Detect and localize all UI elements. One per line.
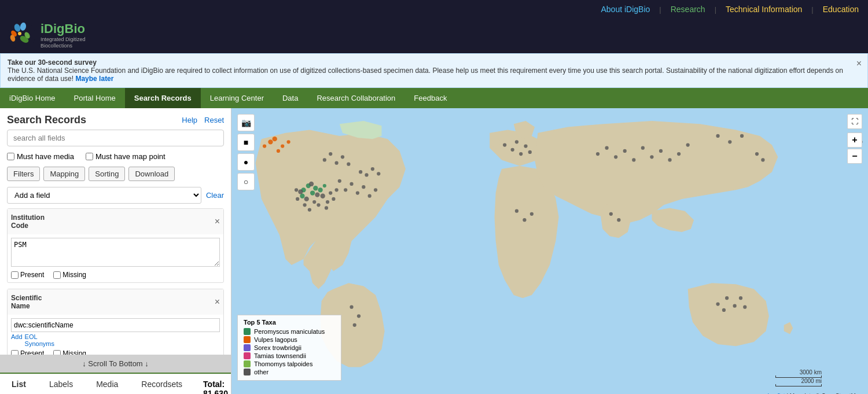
institution-code-label: InstitutionCode <box>11 211 45 232</box>
tab-recordsets[interactable]: Recordsets <box>130 374 194 394</box>
institution-code-close[interactable]: × <box>215 217 220 226</box>
must-have-media-checkbox[interactable]: Must have media <box>7 152 74 161</box>
technical-link[interactable]: Technical Information <box>726 5 802 14</box>
survey-banner: Take our 30-second survey The U.S. Natio… <box>0 53 868 88</box>
reset-link[interactable]: Reset <box>204 116 224 124</box>
scientific-present-missing: Present Missing <box>11 349 220 355</box>
scientific-name-filter: ScientificName × Add EOLSynonyms Present <box>7 289 224 355</box>
svg-point-7 <box>18 32 21 35</box>
about-link[interactable]: About iDigBio <box>601 5 650 14</box>
logo-area: iDigBio Integrated DigitizedBiocollectio… <box>7 21 86 50</box>
legend-title: Top 5 Taxa <box>244 319 335 326</box>
maybe-later-link[interactable]: Maybe later <box>75 75 113 83</box>
scientific-present-checkbox[interactable] <box>11 350 19 355</box>
clear-link[interactable]: Clear <box>206 191 224 200</box>
legend-color-0 <box>244 328 251 335</box>
scientific-name-input[interactable] <box>11 318 220 332</box>
map-controls-left: 📷 ■ ● ○ <box>237 114 255 190</box>
checkboxes-row: Must have media Must have map point <box>0 150 231 163</box>
legend-item-2: Sorex trowbridgii <box>244 344 335 351</box>
logo-name: iDigBio <box>41 21 85 36</box>
scale-km: 3000 km <box>800 369 822 375</box>
ring-marker-button[interactable]: ○ <box>237 173 255 190</box>
top-nav-bar: About iDigBio | Research | Technical Inf… <box>0 0 868 19</box>
legend-item-5: other <box>244 369 335 375</box>
scientific-name-header: ScientificName × <box>8 289 223 315</box>
fullscreen-button[interactable]: ⛶ <box>847 114 862 129</box>
scroll-to-bottom[interactable]: ↓ Scroll To Bottom ↓ <box>0 355 231 373</box>
institution-missing-checkbox[interactable] <box>53 271 61 279</box>
scale-mi: 2000 mi <box>801 378 822 384</box>
scale-line: 3000 km 2000 mi <box>775 369 822 386</box>
legend-item-0: Peromyscus maniculatus <box>244 328 335 335</box>
nav-portal-home[interactable]: Portal Home <box>64 88 124 108</box>
filters-area: InstitutionCode × PSM Present Missing <box>0 208 231 355</box>
map-controls-right: ⛶ + − <box>847 114 862 164</box>
circle-marker-button[interactable]: ● <box>237 153 255 171</box>
bottom-tabs: List Labels Media Recordsets Total: 81,6… <box>0 373 231 394</box>
search-input-area <box>0 130 231 150</box>
legend-item-3: Tamias townsendii <box>244 352 335 359</box>
add-synonyms-link[interactable]: Add <box>11 333 23 347</box>
left-panel: Search Records Help Reset Must have medi… <box>0 108 231 394</box>
must-have-media-input[interactable] <box>7 153 14 160</box>
legend-item-1: Vulpes lagopus <box>244 336 335 343</box>
institution-present-label[interactable]: Present <box>11 271 44 279</box>
tab-list[interactable]: List <box>0 374 38 394</box>
scale-bar-mi <box>775 384 822 386</box>
scientific-present-label[interactable]: Present <box>11 349 44 355</box>
survey-title: Take our 30-second survey <box>8 58 849 67</box>
zoom-in-button[interactable]: + <box>847 132 862 148</box>
tab-media[interactable]: Media <box>84 374 130 394</box>
total-count: Total: 81,630 <box>194 374 231 394</box>
filters-button[interactable]: Filters <box>7 167 40 181</box>
nav-feedback[interactable]: Feedback <box>404 88 456 108</box>
map-area[interactable]: 📷 ■ ● ○ ⛶ + − Top 5 Taxa Peromyscus mani… <box>231 108 868 394</box>
download-button[interactable]: Download <box>128 167 175 181</box>
mapping-button[interactable]: Mapping <box>43 167 85 181</box>
institution-code-filter: InstitutionCode × PSM Present Missing <box>7 208 224 283</box>
map-legend: Top 5 Taxa Peromyscus maniculatus Vulpes… <box>237 315 341 381</box>
institution-present-checkbox[interactable] <box>11 271 19 279</box>
must-have-map-input[interactable] <box>86 153 93 160</box>
institution-present-missing: Present Missing <box>11 271 220 279</box>
survey-close-button[interactable]: × <box>856 58 862 69</box>
help-link[interactable]: Help <box>182 116 197 124</box>
divider2: | <box>715 5 716 14</box>
legend-color-2 <box>244 344 251 351</box>
idigbio-logo-icon <box>7 21 36 50</box>
tab-labels[interactable]: Labels <box>38 374 84 394</box>
main-layout: Search Records Help Reset Must have medi… <box>0 108 868 394</box>
scientific-name-content: Add EOLSynonyms Present Missing <box>8 315 223 355</box>
legend-color-3 <box>244 352 251 359</box>
education-link[interactable]: Education <box>823 5 859 14</box>
scientific-name-close[interactable]: × <box>215 297 220 307</box>
divider3: | <box>811 5 813 14</box>
must-have-map-checkbox[interactable]: Must have map point <box>86 152 165 161</box>
nav-data[interactable]: Data <box>273 88 307 108</box>
search-input[interactable] <box>7 130 224 146</box>
action-buttons-row: Filters Mapping Sorting Download <box>0 163 231 185</box>
nav-search-records[interactable]: Search Records <box>125 88 201 108</box>
add-field-select[interactable]: Add a field <box>7 187 201 204</box>
nav-idigbio-home[interactable]: iDigBio Home <box>0 88 64 108</box>
scientific-missing-label[interactable]: Missing <box>53 349 86 355</box>
legend-color-5 <box>244 369 251 375</box>
legend-item-4: Thomomys talpoides <box>244 360 335 367</box>
camera-button[interactable]: 📷 <box>237 114 255 131</box>
square-marker-button[interactable]: ■ <box>237 134 255 151</box>
scientific-missing-checkbox[interactable] <box>53 350 61 355</box>
institution-code-content: PSM Present Missing <box>8 234 223 282</box>
synonyms-row: Add EOLSynonyms <box>11 333 220 347</box>
survey-body: The U.S. National Science Foundation and… <box>8 67 849 83</box>
institution-missing-label[interactable]: Missing <box>53 271 86 279</box>
institution-code-input[interactable]: PSM <box>11 238 220 267</box>
logo-nav: iDigBio Integrated DigitizedBiocollectio… <box>0 19 868 53</box>
legend-color-1 <box>244 336 251 343</box>
zoom-out-button[interactable]: − <box>847 149 862 164</box>
nav-research-collaboration[interactable]: Research Collaboration <box>307 88 404 108</box>
eol-synonyms-link[interactable]: EOLSynonyms <box>25 333 54 347</box>
sorting-button[interactable]: Sorting <box>89 167 125 181</box>
research-link[interactable]: Research <box>671 5 705 14</box>
nav-learning-center[interactable]: Learning Center <box>201 88 273 108</box>
